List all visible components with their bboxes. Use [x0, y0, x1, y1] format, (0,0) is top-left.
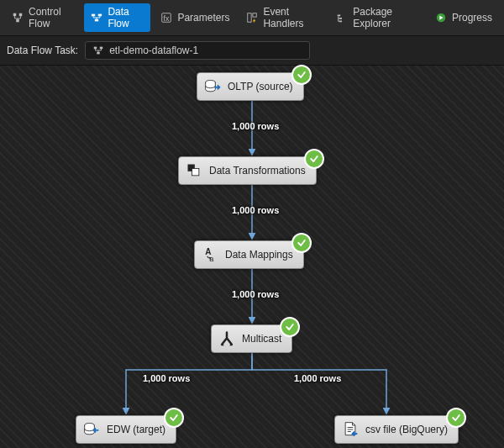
svg-rect-1 [19, 13, 23, 17]
progress-icon [435, 12, 447, 24]
svg-rect-3 [92, 14, 95, 17]
svg-rect-0 [13, 13, 17, 17]
svg-text:fx: fx [164, 14, 170, 23]
success-check-icon [280, 317, 300, 337]
database-source-icon [204, 78, 221, 95]
node-label: EDW (target) [107, 424, 165, 435]
tab-package-explorer[interactable]: Package Explorer [329, 3, 425, 32]
svg-rect-15 [100, 47, 103, 50]
svg-rect-8 [248, 13, 251, 23]
node-data-mappings[interactable]: Aa Data Mappings [194, 240, 304, 269]
dataflow-task-icon [92, 45, 104, 56]
svg-rect-9 [253, 13, 256, 17]
svg-rect-5 [95, 19, 98, 22]
edge-label: 1,000 rows [232, 205, 279, 215]
node-data-transformations[interactable]: Data Transformations [178, 156, 317, 185]
task-label: Data Flow Task: [7, 45, 78, 56]
tab-data-flow[interactable]: Data Flow [84, 3, 150, 32]
transform-icon [186, 162, 202, 179]
node-label: Data Transformations [209, 165, 306, 177]
svg-rect-2 [16, 19, 19, 23]
svg-rect-22 [192, 169, 199, 176]
success-check-icon [164, 408, 184, 428]
svg-rect-14 [94, 47, 97, 50]
svg-rect-16 [97, 52, 100, 55]
design-canvas[interactable]: 1,000 rows 1,000 rows 1,000 rows 1,000 r… [0, 66, 504, 448]
edge-label: 1,000 rows [232, 121, 279, 131]
data-flow-icon [91, 12, 102, 24]
success-check-icon [304, 149, 324, 169]
task-bar: Data Flow Task: etl-demo-dataflow-1 [0, 36, 504, 66]
success-check-icon [291, 233, 312, 253]
task-value: etl-demo-dataflow-1 [109, 45, 198, 56]
package-explorer-icon [336, 12, 348, 24]
tab-control-flow[interactable]: Control Flow [5, 3, 81, 32]
svg-rect-10 [338, 15, 341, 17]
task-selector[interactable]: etl-demo-dataflow-1 [85, 41, 310, 60]
tab-label: Package Explorer [353, 6, 418, 29]
node-label: Data Mappings [225, 249, 293, 261]
parameters-icon: fx [160, 12, 172, 24]
tab-label: Progress [452, 12, 492, 24]
control-flow-icon [12, 12, 24, 24]
svg-rect-11 [339, 18, 343, 19]
tab-event-handlers[interactable]: Event Handlers [239, 3, 326, 32]
edge-label: 1,000 rows [232, 289, 279, 299]
mapping-icon: Aa [202, 246, 218, 263]
node-multicast[interactable]: Multicast [211, 324, 292, 353]
edge-label: 1,000 rows [143, 373, 190, 383]
tab-label: Data Flow [108, 6, 144, 29]
node-label: OLTP (source) [228, 81, 293, 92]
tab-progress[interactable]: Progress [428, 9, 499, 26]
node-csv-bigquery[interactable]: csv file (BigQuery) [334, 415, 459, 444]
tab-label: Parameters [177, 12, 229, 24]
node-label: csv file (BigQuery) [365, 424, 448, 435]
node-oltp-source[interactable]: OLTP (source) [197, 72, 304, 101]
node-edw-target[interactable]: EDW (target) [76, 415, 176, 444]
tab-label: Event Handlers [263, 6, 319, 29]
flatfile-target-icon [342, 421, 359, 438]
node-label: Multicast [242, 333, 281, 345]
tab-label: Control Flow [29, 6, 74, 29]
svg-rect-12 [339, 21, 343, 23]
multicast-icon [218, 330, 235, 347]
event-handlers-icon [246, 12, 258, 24]
database-target-icon [83, 421, 100, 438]
svg-rect-4 [98, 14, 102, 17]
edge-label: 1,000 rows [294, 373, 341, 383]
top-toolbar: Control Flow Data Flow fx Parameters Eve… [0, 0, 504, 36]
success-check-icon [291, 65, 312, 85]
tab-parameters[interactable]: fx Parameters [154, 9, 236, 26]
success-check-icon [446, 408, 466, 428]
